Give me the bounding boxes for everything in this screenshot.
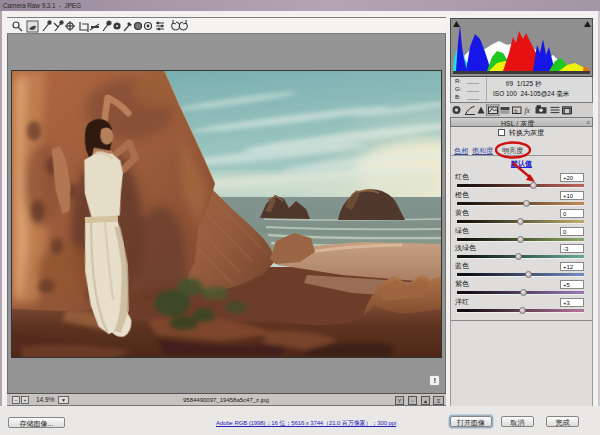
svg-text:b: b (514, 108, 518, 114)
svg-text:fx: fx (525, 106, 531, 115)
